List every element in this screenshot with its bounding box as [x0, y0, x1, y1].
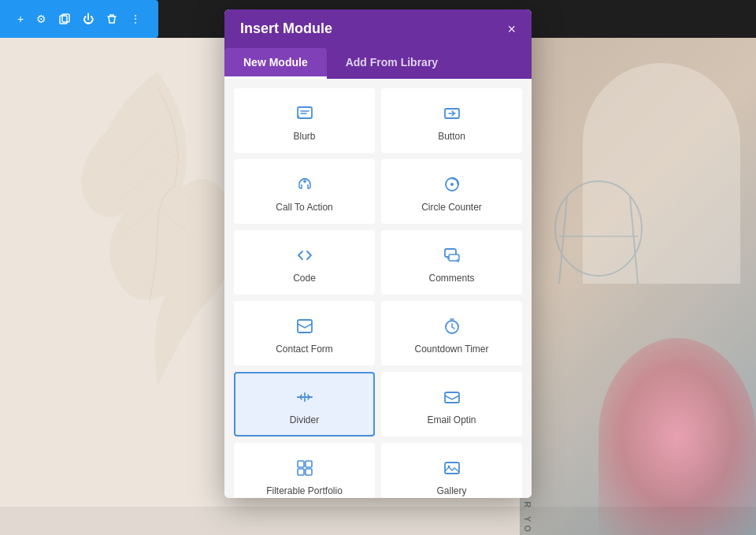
svg-point-20 [447, 466, 450, 468]
circle-counter-label: Circle Counter [421, 202, 482, 213]
cta-icon [294, 173, 316, 195]
code-icon [294, 244, 316, 266]
module-grid: Blurb Button Call To Action [224, 79, 532, 498]
svg-rect-15 [298, 461, 304, 467]
circle-counter-icon [441, 173, 463, 195]
contact-form-label: Contact Form [276, 344, 333, 355]
module-item-gallery[interactable]: Gallery [381, 443, 522, 498]
insert-module-modal: Insert Module × New Module Add From Libr… [224, 9, 532, 498]
divider-icon [294, 386, 316, 408]
tab-add-from-library[interactable]: Add From Library [327, 48, 457, 79]
button-icon [441, 102, 463, 124]
code-label: Code [293, 273, 316, 284]
module-item-contact-form[interactable]: Contact Form [234, 301, 375, 366]
comments-icon [441, 244, 463, 266]
svg-rect-17 [298, 469, 304, 475]
svg-rect-14 [445, 392, 459, 403]
svg-rect-19 [445, 463, 459, 474]
countdown-timer-icon [441, 315, 463, 337]
modal-close-button[interactable]: × [507, 22, 516, 36]
module-item-code[interactable]: Code [234, 230, 375, 295]
email-optin-icon [441, 386, 463, 408]
module-item-cta[interactable]: Call To Action [234, 159, 375, 224]
module-item-comments[interactable]: Comments [381, 230, 522, 295]
module-item-blurb[interactable]: Blurb [234, 88, 375, 153]
svg-rect-18 [306, 469, 312, 475]
modal-overlay: Insert Module × New Module Add From Libr… [0, 0, 756, 535]
svg-rect-12 [298, 320, 312, 333]
module-item-filterable-portfolio[interactable]: Filterable Portfolio [234, 443, 375, 498]
email-optin-label: Email Optin [427, 414, 476, 425]
modal-tabs: New Module Add From Library [224, 48, 532, 79]
button-label: Button [438, 131, 465, 142]
comments-label: Comments [428, 273, 474, 284]
module-item-divider[interactable]: Divider [234, 372, 375, 437]
modal-title: Insert Module [240, 20, 332, 37]
gallery-icon [441, 457, 463, 479]
module-item-email-optin[interactable]: Email Optin [381, 372, 522, 437]
divider-label: Divider [290, 414, 319, 425]
gallery-label: Gallery [436, 485, 466, 496]
svg-rect-16 [306, 461, 312, 467]
countdown-timer-label: Countdown Timer [414, 344, 488, 355]
cta-label: Call To Action [276, 202, 333, 213]
module-item-circle-counter[interactable]: Circle Counter [381, 159, 522, 224]
filterable-portfolio-icon [294, 457, 316, 479]
tab-new-module[interactable]: New Module [224, 48, 327, 79]
module-item-countdown-timer[interactable]: Countdown Timer [381, 301, 522, 366]
blurb-label: Blurb [293, 131, 315, 142]
blurb-icon [294, 102, 316, 124]
module-item-button[interactable]: Button [381, 88, 522, 153]
svg-point-9 [450, 183, 454, 186]
svg-rect-6 [298, 107, 312, 118]
contact-form-icon [294, 315, 316, 337]
filterable-portfolio-label: Filterable Portfolio [266, 485, 343, 496]
modal-header: Insert Module × [224, 9, 532, 48]
